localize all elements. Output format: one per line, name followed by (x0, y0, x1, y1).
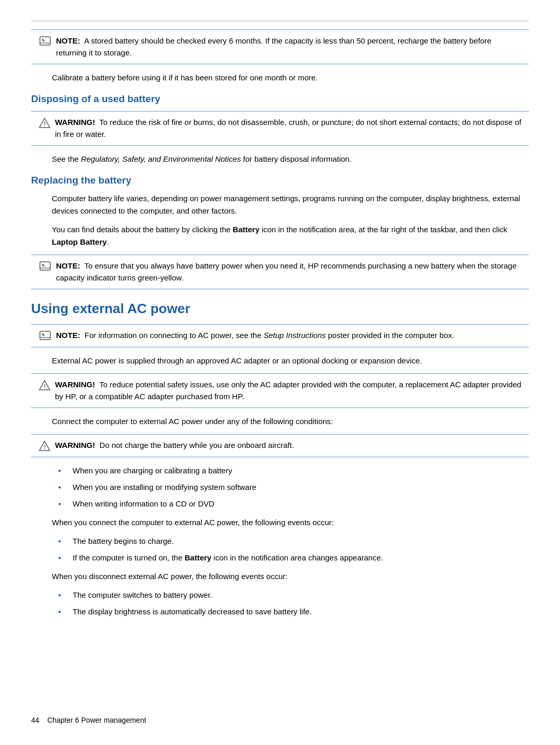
svg-text:✎: ✎ (41, 263, 45, 268)
svg-text:!: ! (44, 121, 46, 127)
warning-ac-adapter-text: WARNING! To reduce potential safety issu… (55, 379, 522, 402)
note-ac-power-text: NOTE: For information on connecting to A… (56, 330, 454, 342)
list-item: When writing information to a CD or DVD (67, 498, 529, 510)
external-ac-para: External AC power is supplied through an… (52, 355, 529, 367)
connect-events-para: When you connect the computer to externa… (52, 516, 529, 529)
warning-icon-1: ! (38, 117, 51, 129)
warning-ac-adapter: ! WARNING! To reduce potential safety is… (31, 373, 529, 408)
list-item: If the computer is turned on, the Batter… (67, 552, 529, 564)
disconnect-events-para: When you disconnect external AC power, t… (52, 570, 529, 583)
top-divider (31, 21, 529, 21)
note-icon-3: ✎ (38, 330, 52, 342)
connect-events-bullet-list: The battery begins to charge. If the com… (67, 535, 529, 564)
calibrate-para: Calibrate a battery before using it if i… (52, 72, 529, 84)
disposing-heading: Disposing of a used battery (31, 93, 529, 105)
svg-text:!: ! (44, 444, 46, 450)
disconnect-events-bullet-list: The computer switches to battery power. … (67, 589, 529, 618)
warning-icon-3: ! (38, 440, 51, 452)
note-stored-battery: ✎ NOTE: A stored battery should be check… (31, 30, 529, 64)
conditions-bullet-list: When you are charging or calibrating a b… (67, 465, 529, 510)
svg-text:✎: ✎ (41, 333, 45, 338)
warning-fire-burns: ! WARNING! To reduce the risk of fire or… (31, 111, 529, 146)
svg-text:✎: ✎ (41, 38, 45, 43)
note-ac-power: ✎ NOTE: For information on connecting to… (31, 324, 529, 347)
list-item: The computer switches to battery power. (67, 589, 529, 601)
warning-fire-burns-text: WARNING! To reduce the risk of fire or b… (55, 117, 522, 140)
list-item: When you are installing or modifying sys… (67, 481, 529, 494)
note-icon-2: ✎ (38, 261, 52, 272)
warning-icon-2: ! (38, 379, 51, 391)
list-item: The display brightness is automatically … (67, 606, 529, 618)
page-footer: 44 Chapter 6 Power management (31, 716, 146, 724)
note-stored-battery-text: NOTE: A stored battery should be checked… (56, 35, 522, 59)
note-battery-power: ✎ NOTE: To ensure that you always have b… (31, 255, 529, 289)
warning-aircraft: ! WARNING! Do not charge the battery whi… (31, 434, 529, 457)
replacing-battery-heading: Replacing the battery (31, 175, 529, 186)
list-item: The battery begins to charge. (67, 535, 529, 547)
note-icon: ✎ (38, 36, 52, 47)
warning-aircraft-text: WARNING! Do not charge the battery while… (55, 440, 294, 452)
battery-life-para: Computer battery life varies, depending … (52, 192, 529, 217)
page-number: 44 (31, 716, 39, 724)
using-external-ac-heading: Using external AC power (31, 301, 529, 317)
svg-text:!: ! (44, 383, 46, 389)
battery-details-para: You can find details about the battery b… (52, 223, 529, 248)
connect-conditions-para: Connect the computer to external AC powe… (52, 415, 529, 428)
chapter-label: Chapter 6 Power management (47, 716, 146, 724)
regulatory-notices-para: See the Regulatory, Safety, and Environm… (52, 153, 529, 165)
list-item: When you are charging or calibrating a b… (67, 465, 529, 477)
note-battery-power-text: NOTE: To ensure that you always have bat… (56, 260, 522, 284)
